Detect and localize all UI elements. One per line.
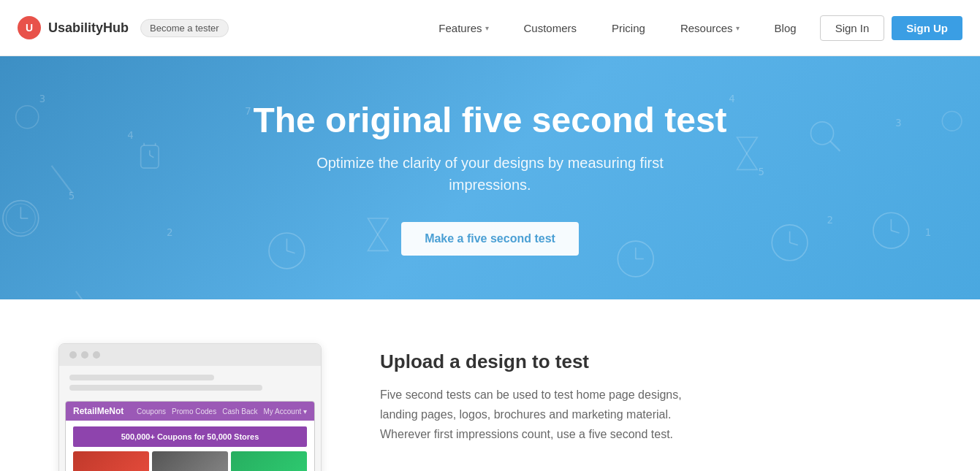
- become-tester-badge[interactable]: Become a tester: [140, 19, 229, 37]
- hero-title: The original five second test: [253, 100, 726, 140]
- inner-img-1: [73, 451, 149, 471]
- svg-point-32: [942, 111, 962, 131]
- svg-marker-21: [368, 218, 388, 234]
- brand-name: UsabilityHub: [48, 20, 129, 36]
- inner-browser-nav: Coupons Promo Codes Cash Back My Account…: [137, 407, 307, 416]
- svg-marker-24: [737, 137, 757, 153]
- svg-point-7: [618, 241, 653, 277]
- inner-nav-coupons: Coupons: [137, 407, 166, 416]
- inner-img-2: [152, 451, 228, 471]
- browser-bar: [59, 344, 321, 366]
- nav-pricing[interactable]: Pricing: [594, 0, 663, 56]
- svg-point-1: [6, 204, 35, 233]
- browser-dot-yellow: [81, 351, 88, 359]
- brand-logo-link[interactable]: U UsabilityHub: [18, 16, 129, 39]
- content-section: RetailMeNot Coupons Promo Codes Cash Bac…: [0, 299, 980, 471]
- content-section-desc: Five second tests can be used to test ho…: [380, 385, 687, 445]
- svg-point-13: [873, 212, 909, 248]
- inner-browser-content: 500,000+ Coupons for 50,000 Stores Shop …: [66, 421, 314, 471]
- browser-mockup: RetailMeNot Coupons Promo Codes Cash Bac…: [58, 343, 322, 471]
- inner-hero-text: 500,000+ Coupons for 50,000 Stores: [73, 426, 307, 447]
- svg-line-20: [150, 155, 154, 157]
- mockup-inner-browser: RetailMeNot Coupons Promo Codes Cash Bac…: [65, 401, 315, 471]
- nav-links: Features ▾ Customers Pricing Resources ▾…: [421, 0, 813, 56]
- svg-line-27: [830, 142, 840, 151]
- nav-resources[interactable]: Resources ▾: [663, 0, 757, 56]
- navbar: U UsabilityHub Become a tester Features …: [0, 0, 980, 56]
- nav-actions: Sign In Sign Up: [820, 15, 962, 41]
- mockup-lines: [59, 366, 321, 401]
- svg-point-4: [269, 233, 305, 269]
- mockup-line-2: [69, 385, 262, 391]
- svg-rect-16: [141, 145, 159, 168]
- inner-images: [73, 451, 307, 471]
- mockup-container: RetailMeNot Coupons Promo Codes Cash Bac…: [58, 343, 322, 471]
- nav-blog[interactable]: Blog: [757, 0, 814, 56]
- signup-button[interactable]: Sign Up: [892, 16, 962, 40]
- browser-dot-green: [93, 351, 100, 359]
- browser-dot-red: [69, 351, 77, 359]
- brand-logo-icon: U: [18, 16, 41, 39]
- hero-subtitle: Optimize the clarity of your designs by …: [300, 152, 680, 196]
- mockup-line-1: [69, 375, 214, 380]
- svg-point-0: [3, 201, 39, 237]
- nav-customers[interactable]: Customers: [506, 0, 595, 56]
- inner-img-3: [231, 451, 307, 471]
- svg-point-10: [772, 225, 808, 261]
- inner-nav-account: My Account ▾: [264, 407, 307, 416]
- svg-line-15: [891, 231, 899, 233]
- content-section-title: Upload a design to test: [380, 351, 922, 373]
- nav-features[interactable]: Features ▾: [421, 0, 506, 56]
- inner-browser-bar: RetailMeNot Coupons Promo Codes Cash Bac…: [66, 402, 314, 421]
- svg-marker-25: [737, 153, 757, 169]
- svg-point-31: [16, 106, 39, 129]
- svg-line-28: [52, 166, 72, 193]
- resources-chevron-icon: ▾: [736, 24, 740, 32]
- svg-point-26: [811, 122, 834, 145]
- svg-line-12: [790, 242, 798, 245]
- browser-content: RetailMeNot Coupons Promo Codes Cash Bac…: [59, 366, 321, 471]
- hero-section: 3 5 4 2 7 5 4 2 3 1 5: [0, 56, 980, 299]
- inner-browser-logo: RetailMeNot: [73, 406, 124, 416]
- svg-marker-22: [368, 234, 388, 250]
- signin-button[interactable]: Sign In: [820, 15, 885, 41]
- inner-nav-cashback: Cash Back: [222, 407, 257, 416]
- hero-cta-button[interactable]: Make a five second test: [401, 222, 579, 256]
- svg-line-29: [76, 291, 88, 299]
- content-text: Upload a design to test Five second test…: [380, 343, 922, 445]
- features-chevron-icon: ▾: [485, 24, 489, 32]
- inner-nav-promo: Promo Codes: [172, 407, 216, 416]
- svg-line-6: [286, 250, 295, 253]
